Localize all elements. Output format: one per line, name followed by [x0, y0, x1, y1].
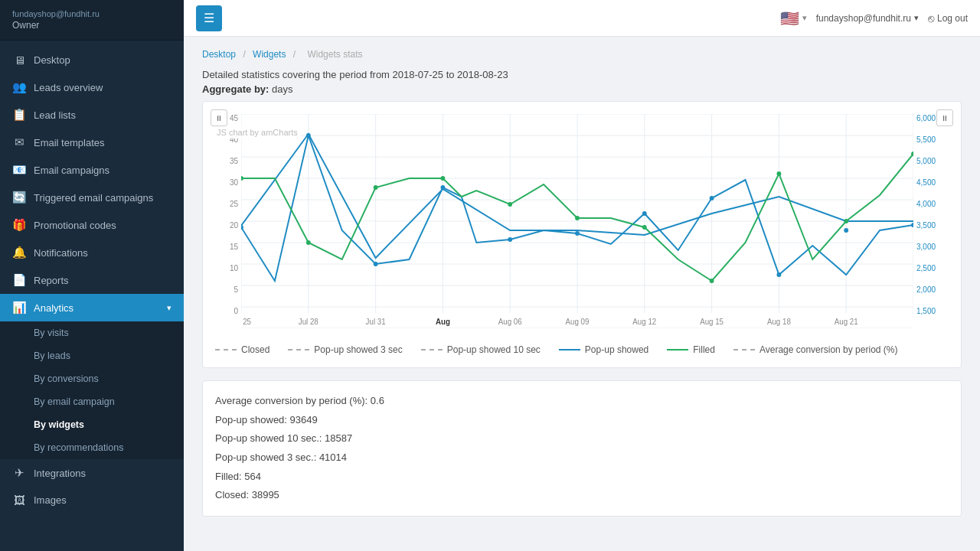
sidebar-item-integrations[interactable]: ✈ Integrations — [0, 459, 184, 487]
sidebar-label-promotional-codes: Promotional codes — [34, 220, 172, 231]
page-content-area: Desktop / Widgets / Widgets stats Detail… — [184, 37, 980, 551]
legend-avg-conversion: Average conversion by period (%) — [733, 344, 898, 355]
language-selector[interactable]: 🇺🇸 ▾ — [780, 9, 807, 28]
stat-avg-conversion: Average conversion by period (%): 0.6 — [215, 392, 949, 411]
logout-button[interactable]: ⎋ Log out — [928, 12, 968, 24]
y-axis-right: 6,000 5,500 5,000 4,500 4,000 3,500 3,00… — [913, 114, 952, 331]
breadcrumb-widgets[interactable]: Widgets — [253, 49, 286, 60]
svg-text:Aug: Aug — [436, 318, 450, 326]
stat-popup-showed: Pop-up showed: 93649 — [215, 411, 949, 430]
stat-filled: Filled: 564 — [215, 468, 949, 487]
sidebar-item-leads-overview[interactable]: 👥 Leads overview — [0, 73, 184, 101]
email-campaigns-icon: 📧 — [12, 163, 26, 177]
breadcrumb-desktop[interactable]: Desktop — [202, 49, 236, 60]
stat-popup-3sec: Pop-up showed 3 sec.: 41014 — [215, 448, 949, 468]
sidebar-item-lead-lists[interactable]: 📋 Lead lists — [0, 101, 184, 129]
sidebar-item-reports[interactable]: 📄 Reports — [0, 266, 184, 294]
sidebar-label-email-templates: Email templates — [34, 137, 172, 148]
chart-pause-right[interactable]: ⏸ — [936, 109, 953, 126]
svg-point-27 — [575, 231, 580, 236]
analytics-icon: 📊 — [12, 301, 26, 315]
sidebar-item-triggered-email-campaigns[interactable]: 🔄 Triggered email campaigns — [0, 184, 184, 211]
y-axis-left: 45 40 35 30 25 20 15 10 5 0 — [212, 114, 241, 331]
sidebar-sub-by-leads[interactable]: By leads — [0, 344, 184, 367]
chart-pause-left[interactable]: ⏸ — [211, 109, 227, 126]
svg-text:Aug 12: Aug 12 — [632, 318, 656, 326]
lead-lists-icon: 📋 — [12, 108, 26, 122]
main-content: ☰ 🇺🇸 ▾ fundayshop@fundhit.ru ▾ ⎋ Log out… — [184, 0, 980, 551]
menu-button[interactable]: ☰ — [196, 5, 222, 31]
sidebar-label-notifications: Notifications — [34, 247, 172, 259]
sidebar-sub-by-conversions[interactable]: By conversions — [0, 367, 184, 390]
sidebar-sub-by-widgets[interactable]: By widgets — [0, 413, 184, 436]
legend-popup-3sec: Pop-up showed 3 sec — [288, 344, 402, 355]
sidebar-label-desktop: Desktop — [34, 54, 172, 66]
sidebar-sub-by-visits[interactable]: By visits — [0, 321, 184, 344]
sidebar-item-desktop[interactable]: 🖥 Desktop — [0, 47, 184, 73]
sidebar-label-leads-overview: Leads overview — [34, 82, 172, 93]
svg-point-36 — [440, 176, 445, 181]
svg-point-31 — [844, 228, 848, 233]
svg-point-25 — [440, 185, 445, 190]
svg-point-40 — [710, 279, 714, 283]
stat-popup-10sec: Pop-up showed 10 sec.: 18587 — [215, 429, 949, 448]
triggered-email-campaigns-icon: 🔄 — [12, 191, 26, 204]
sidebar: fundayshop@fundhit.ru Owner 🖥 Desktop 👥 … — [0, 0, 184, 551]
legend-filled: Filled — [667, 344, 715, 355]
svg-point-26 — [508, 237, 512, 242]
images-icon: 🖼 — [12, 494, 26, 507]
svg-point-42 — [844, 219, 848, 223]
svg-text:Aug 21: Aug 21 — [835, 318, 858, 326]
sidebar-item-email-campaigns[interactable]: 📧 Email campaigns — [0, 156, 184, 184]
sidebar-header: fundayshop@fundhit.ru Owner — [0, 0, 184, 41]
chart-legend: Closed Pop-up showed 3 sec Pop-up showed… — [212, 338, 952, 361]
svg-point-32 — [911, 223, 913, 227]
sidebar-label-triggered-email-campaigns: Triggered email campaigns — [34, 192, 172, 204]
desktop-icon: 🖥 — [12, 54, 26, 67]
sidebar-item-email-templates[interactable]: ✉ Email templates — [0, 129, 184, 156]
sidebar-nav: 🖥 Desktop 👥 Leads overview 📋 Lead lists … — [0, 41, 184, 551]
svg-text:Aug 15: Aug 15 — [700, 318, 724, 326]
sidebar-item-notifications[interactable]: 🔔 Notifications — [0, 239, 184, 266]
breadcrumb: Desktop / Widgets / Widgets stats — [202, 49, 962, 60]
svg-point-23 — [306, 133, 311, 138]
sidebar-role: Owner — [12, 20, 172, 31]
svg-point-24 — [374, 262, 378, 266]
svg-point-38 — [575, 216, 580, 220]
breadcrumb-current: Widgets stats — [307, 49, 362, 60]
sidebar-item-promotional-codes[interactable]: 🎁 Promotional codes — [0, 211, 184, 239]
chart-svg-area: Jul 25 Jul 28 Jul 31 Aug Aug 06 Aug 09 A… — [241, 114, 913, 331]
sidebar-sub-by-recommendations[interactable]: By recommendations — [0, 436, 184, 459]
notifications-icon: 🔔 — [12, 246, 26, 259]
sidebar-sub-by-email-campaign[interactable]: By email campaign — [0, 390, 184, 413]
page-info: Detailed statistics covering the period … — [202, 69, 962, 95]
svg-text:Aug 09: Aug 09 — [566, 318, 590, 326]
leads-overview-icon: 👥 — [12, 80, 26, 94]
chart-area: 45 40 35 30 25 20 15 10 5 0 — [212, 114, 952, 331]
topbar: ☰ 🇺🇸 ▾ fundayshop@fundhit.ru ▾ ⎋ Log out — [184, 0, 980, 37]
sidebar-label-integrations: Integrations — [34, 468, 172, 479]
svg-point-29 — [710, 196, 714, 201]
aggregate-by: Aggregate by: days — [202, 83, 962, 95]
user-menu[interactable]: fundayshop@fundhit.ru ▾ — [816, 13, 919, 24]
sidebar-label-analytics: Analytics — [34, 302, 159, 314]
period-text: Detailed statistics covering the period … — [202, 69, 962, 80]
legend-popup-showed: Pop-up showed — [559, 344, 648, 355]
sidebar-label-images: Images — [34, 494, 172, 506]
svg-point-41 — [776, 171, 781, 176]
svg-text:Jul 28: Jul 28 — [299, 318, 318, 326]
sidebar-label-email-campaigns: Email campaigns — [34, 165, 172, 176]
svg-point-30 — [776, 272, 781, 277]
svg-point-39 — [642, 225, 647, 230]
x-axis: Jul 25 Jul 28 Jul 31 Aug Aug 06 Aug 09 A… — [241, 318, 858, 326]
svg-point-22 — [241, 225, 243, 230]
stats-section: Average conversion by period (%): 0.6 Po… — [202, 380, 962, 517]
svg-point-35 — [374, 185, 378, 190]
svg-text:Jul 25: Jul 25 — [241, 318, 251, 326]
svg-text:Jul 31: Jul 31 — [366, 318, 386, 326]
reports-icon: 📄 — [12, 273, 26, 287]
svg-text:Aug 18: Aug 18 — [767, 318, 791, 326]
integrations-icon: ✈ — [12, 466, 26, 480]
sidebar-item-images[interactable]: 🖼 Images — [0, 487, 184, 514]
sidebar-item-analytics[interactable]: 📊 Analytics ▾ — [0, 294, 184, 321]
